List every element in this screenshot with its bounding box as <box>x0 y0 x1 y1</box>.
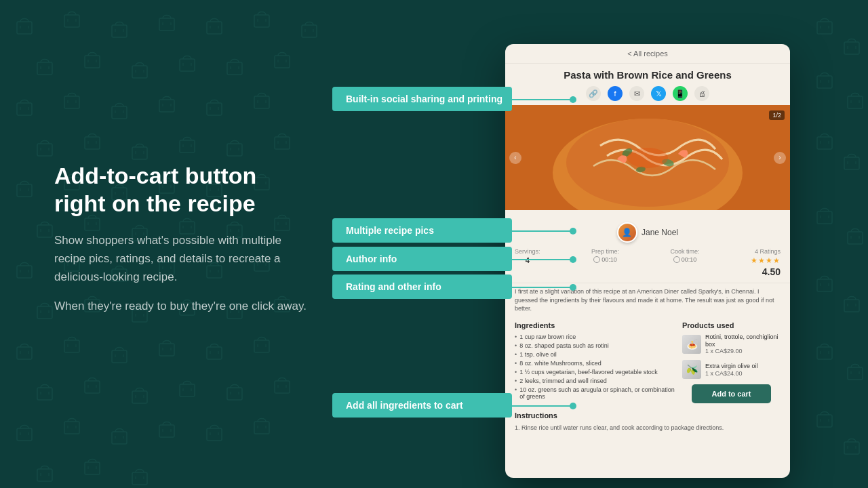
instructions-section: Instructions 1. Rinse rice until water r… <box>505 407 790 436</box>
ingredient-7: • 10 oz. greens such as arugula or spina… <box>515 386 675 400</box>
pics-connector-line <box>512 230 573 232</box>
image-prev-button[interactable]: ‹ <box>509 152 521 164</box>
recipe-title: Pasta with Brown Rice and Greens <box>505 64 790 83</box>
rating-section: 4 Ratings ★★★★ 4.50 <box>751 248 781 277</box>
prep-time-value: 00:10 <box>601 256 617 263</box>
rating-value: 4.50 <box>762 266 781 277</box>
rating-connector-dot <box>570 284 576 291</box>
paragraph1: Show shoppers what's possible with multi… <box>54 230 312 286</box>
social-sharing-row: 🔗 f ✉ 𝕏 📱 🖨 <box>505 83 790 105</box>
ingredient-4: • 8 oz. white Mushrooms, sliced <box>515 360 675 367</box>
paragraph2: When they're ready to buy they're one cl… <box>54 297 312 315</box>
cart-connector-line <box>512 405 573 407</box>
callout-rating: Rating and other info <box>332 274 512 299</box>
prep-time-info: Prep time: 00:10 <box>591 248 619 263</box>
email-share-button[interactable]: ✉ <box>629 86 644 101</box>
callout-author-container: Author info <box>332 247 512 271</box>
author-section: 👤 Jane Noel <box>505 222 790 243</box>
svg-rect-0 <box>3 8 18 20</box>
svg-point-9 <box>627 148 668 168</box>
twitter-share-button[interactable]: 𝕏 <box>651 86 666 101</box>
recipe-image: 1/2 ‹ › <box>505 105 790 210</box>
ingredients-column: Ingredients • 1 cup raw brown rice • 8 o… <box>515 321 675 404</box>
callout-cart-container: Add all ingredients to cart <box>332 393 512 418</box>
rating-count: 4 Ratings <box>755 248 781 255</box>
back-navigation[interactable]: < All recipes <box>505 44 790 64</box>
ingredient-2: • 8 oz. shaped pasta such as rotini <box>515 342 675 349</box>
clock-icon-2 <box>673 256 680 263</box>
callout-rating-container: Rating and other info <box>332 274 512 299</box>
heading: Add-to-cart button right on the recipe <box>54 162 312 218</box>
products-title: Products used <box>682 321 781 329</box>
pics-connector-dot <box>570 228 576 235</box>
instructions-title: Instructions <box>515 411 781 420</box>
product-2-price: 1 x CA$24.00 <box>705 370 758 377</box>
ingredient-5: • 1 ½ cups vegetarian, beef-flavored veg… <box>515 369 675 375</box>
cook-time-value: 00:10 <box>682 256 697 263</box>
callout-pics-container: Multiple recipe pics <box>332 218 512 243</box>
product-2-name: Extra virgin olive oil <box>705 363 758 370</box>
image-next-button[interactable]: › <box>774 152 786 164</box>
instruction-1: 1. Rinse rice until water runs clear, an… <box>515 424 781 432</box>
product-1: 🍝 Rotini, trottole, conchiglioni box 1 x… <box>682 333 781 355</box>
ingredients-products-section: Ingredients • 1 cup raw brown rice • 8 o… <box>505 317 790 408</box>
product-2: 🫒 Extra virgin olive oil 1 x CA$24.00 <box>682 360 781 379</box>
whatsapp-share-button[interactable]: 📱 <box>673 86 688 101</box>
product-1-image: 🍝 <box>682 335 701 354</box>
social-connector-line <box>512 99 573 100</box>
recipe-card: < All recipes Pasta with Brown Rice and … <box>505 44 790 478</box>
author-avatar: 👤 <box>617 222 637 243</box>
add-to-cart-button[interactable]: Add to cart <box>692 384 771 403</box>
servings-info: Servings: 4 <box>515 248 540 264</box>
left-panel: Add-to-cart button right on the recipe S… <box>54 162 312 326</box>
product-2-image: 🫒 <box>682 360 701 379</box>
image-counter: 1/2 <box>769 110 785 120</box>
callout-social: Built-in social sharing and printing <box>332 87 512 111</box>
product-1-name: Rotini, trottole, conchiglioni box <box>705 333 781 348</box>
ingredients-title: Ingredients <box>515 321 675 329</box>
ingredient-1: • 1 cup raw brown rice <box>515 333 675 340</box>
link-share-button[interactable]: 🔗 <box>586 86 601 101</box>
cart-connector-dot <box>570 403 576 409</box>
clock-icon <box>593 256 600 263</box>
social-connector-dot <box>570 96 576 103</box>
print-button[interactable]: 🖨 <box>694 86 709 101</box>
products-column: Products used 🍝 Rotini, trottole, conchi… <box>682 321 781 404</box>
callout-social-container: Built-in social sharing and printing <box>332 87 512 111</box>
product-1-price: 1 x CA$29.00 <box>705 348 781 354</box>
facebook-share-button[interactable]: f <box>608 86 623 101</box>
ingredient-3: • 1 tsp. olive oil <box>515 351 675 358</box>
author-connector-line <box>512 259 573 260</box>
callout-cart: Add all ingredients to cart <box>332 393 512 418</box>
callout-pics: Multiple recipe pics <box>332 218 512 243</box>
ingredient-6: • 2 leeks, trimmed and well rinsed <box>515 378 675 384</box>
cook-time-info: Cook time: 00:10 <box>670 248 699 263</box>
recipe-meta: Servings: 4 Prep time: 00:10 Cook time: … <box>505 243 790 283</box>
author-name: Jane Noel <box>642 228 678 237</box>
rating-connector-line <box>512 287 573 288</box>
callout-author: Author info <box>332 247 512 271</box>
author-connector-dot <box>570 256 576 263</box>
star-rating: ★★★★ <box>751 256 781 265</box>
